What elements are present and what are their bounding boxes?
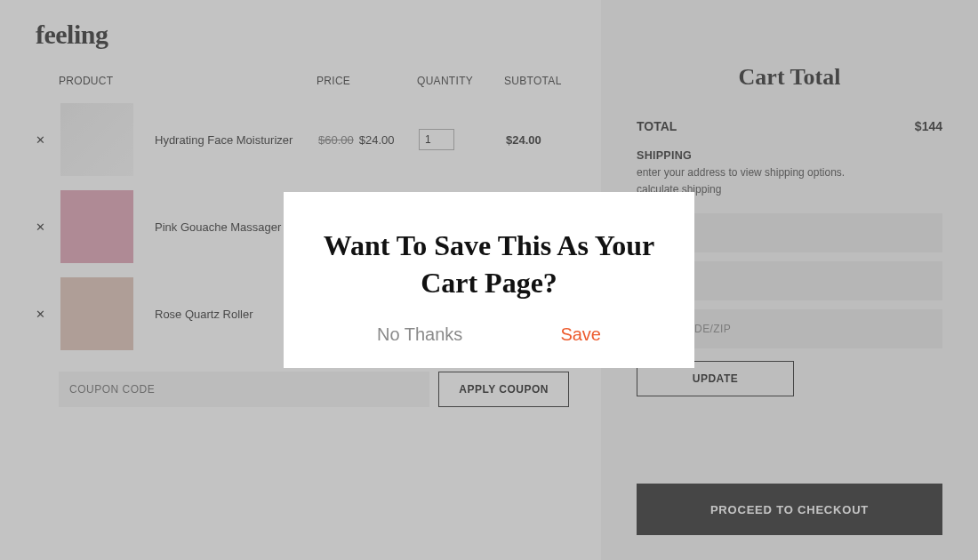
save-cart-modal: Want To Save This As Your Cart Page? No … xyxy=(284,192,694,368)
save-button[interactable]: Save xyxy=(560,324,601,345)
no-thanks-button[interactable]: No Thanks xyxy=(377,324,462,345)
modal-overlay[interactable]: Want To Save This As Your Cart Page? No … xyxy=(0,0,978,560)
modal-title: Want To Save This As Your Cart Page? xyxy=(310,228,668,301)
